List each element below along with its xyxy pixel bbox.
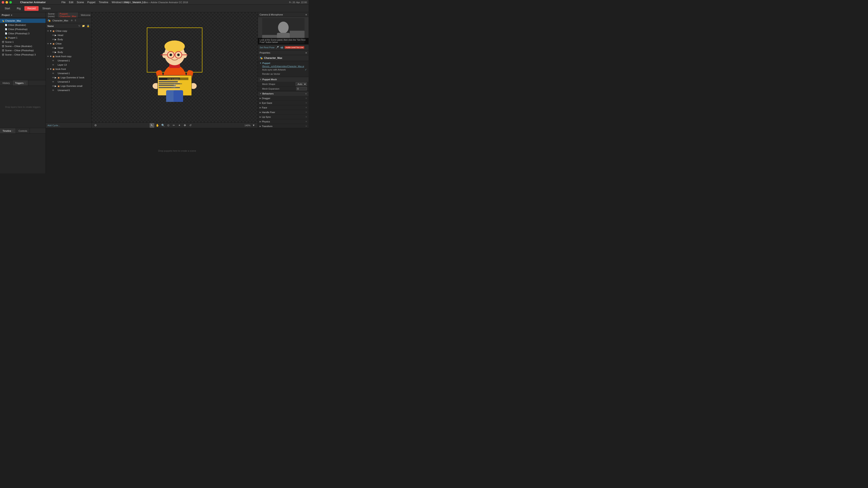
layer-book-front-copy[interactable]: 👁 ▼ ▣ book front copy [46,54,91,59]
timeline-content[interactable]: Drop puppets here to create a scene [46,128,309,173]
behavior-handle-fixer[interactable]: ▶ Handle Fixer ≡ [258,110,309,115]
handle-fixer-menu[interactable]: ≡ [306,111,307,113]
project-item-chloe-photoshop3[interactable]: 📄 Chloe (Photoshop) 3 [0,31,45,36]
eye-icon-5[interactable]: 👁 [52,47,55,49]
maximize-button[interactable] [9,1,12,4]
pen-tool[interactable]: ✏ [172,123,176,128]
expand-icon-3[interactable]: ▶ [55,38,58,41]
behavior-face[interactable]: ▶ Face ≡ [258,105,309,110]
puppet-section-arrow[interactable]: ▼ [259,62,261,64]
zoom-dropdown[interactable]: ▼ [251,123,256,128]
tab-stream[interactable]: Stream [39,6,54,11]
tab-start[interactable]: Start [2,6,13,11]
properties-menu-icon[interactable]: ≡ [306,52,307,54]
layers-add-icon[interactable]: 📁 [82,25,85,27]
eye-gaze-menu[interactable]: ≡ [306,102,307,104]
layer-logo-dummies-small[interactable]: 👁 ▶ ▣ Logo Dummies small [46,84,91,88]
tab-scene-none[interactable]: Scene: (none) [46,12,57,18]
mesh-expansion-input[interactable] [296,87,307,91]
eye-icon-12[interactable]: 👁 [52,76,55,79]
eye-icon-14[interactable]: 👁 [52,85,55,87]
menu-file[interactable]: File [61,1,65,4]
mesh-shape-select[interactable]: Auto [296,82,307,86]
expand-icon-7[interactable]: ▼ [50,55,53,58]
add-cycle-button[interactable]: Add Cycle... [48,124,60,127]
eye-icon-6[interactable]: 👁 [52,51,55,53]
layer-chloe-copy-body[interactable]: 👁 ▶ Body [46,37,91,41]
tab-controls[interactable]: Controls [16,128,30,133]
behavior-lip-sync[interactable]: ▶ Lip Sync ≡ [258,115,309,119]
eye-icon-11[interactable]: 👁 [52,72,55,74]
close-button[interactable] [2,1,4,4]
project-item-scene-chloe-photo[interactable]: 🎬 Scene – Chloe (Photoshop) [0,48,45,53]
expand-icon-5[interactable]: ▶ [55,46,58,50]
project-item-character-max[interactable]: 🎭 Character_Max [0,19,45,23]
layer-unnamed5[interactable]: 👁 Unnamed-5 [46,88,91,92]
set-rest-pose-button[interactable]: Set Rest Pose [259,46,274,49]
lip-sync-menu[interactable]: ≡ [306,116,307,118]
expand-icon-2[interactable]: ▶ [55,34,58,37]
canvas-viewport[interactable]: FOR DUMMIES [92,12,258,123]
layers-menu-icon[interactable]: 🔒 [87,25,90,27]
eye-icon-4[interactable]: 👁 [46,42,50,45]
window-controls[interactable] [2,1,12,4]
project-item-chloe-illustrator[interactable]: 📄 Chloe (Illustrator) [0,23,45,27]
record-tool[interactable]: ⊙ [166,123,171,128]
puppet-mesh-header[interactable]: ▼ Puppet Mesh [258,77,309,82]
layer-chloe[interactable]: 👁 ▼ ▣ Chloe [46,41,91,46]
dragger-menu[interactable]: ≡ [306,97,307,99]
tab-rig[interactable]: Rig [14,6,24,11]
layer-logo-dummies-b-book[interactable]: 👁 ▶ ▣ Logo Dummies b' book [46,75,91,79]
layer-layer13[interactable]: 👁 Layer 13 [46,63,91,67]
behavior-transform[interactable]: ▶ Transform ≡ [258,124,309,128]
expand-icon-6[interactable]: ▶ [55,51,58,54]
project-item-scene1[interactable]: 🎬 Scene 1 [0,40,45,44]
project-item-puppet1[interactable]: 🎭 Puppet 1 [0,36,45,40]
layer-book-front[interactable]: 👁 ▼ ▣ book front [46,67,91,71]
layer-chloe-copy-head[interactable]: 👁 ▶ Head [46,33,91,37]
handle-tool[interactable]: ✦ [177,123,182,128]
video-icon[interactable]: 📹 [280,46,283,49]
eye-icon-15[interactable]: 👁 [52,89,55,92]
hand-tool[interactable]: ✋ [155,123,160,128]
transform-menu[interactable]: ≡ [306,125,307,127]
layer-chloe-body[interactable]: 👁 ▶ Body [46,50,91,54]
rotate-tool[interactable]: ↺ [188,123,193,128]
puppet-settings-icon[interactable]: ⚙ [71,19,73,22]
layer-unnamed3[interactable]: 👁 Unnamed-3 [46,79,91,84]
eye-icon-7[interactable]: 👁 [46,55,50,58]
expand-icon-4[interactable]: ▼ [50,42,53,45]
minimize-button[interactable] [5,1,8,4]
eye-icon-8[interactable]: 👁 [52,60,55,62]
tab-timeline-bottom[interactable]: Timeline ≡ [0,128,16,133]
behaviors-header[interactable]: ▼ Behaviors + [258,91,309,96]
move-tool[interactable]: ✤ [183,123,187,128]
physics-menu[interactable]: ≡ [306,120,307,123]
layer-unnamed1-bf[interactable]: 👁 Unnamed-1 [46,71,91,75]
layer-chloe-copy[interactable]: 👁 ▼ ▣ Chloe copy [46,29,91,33]
eye-icon[interactable]: 👁 [46,30,50,32]
menu-scene[interactable]: Scene [77,1,84,4]
timeline-menu-icon[interactable]: ≡ [12,130,13,132]
puppet-path[interactable]: /Benutz...sch/Erklaervideo/Character_Max… [259,65,307,68]
layers-refresh-icon[interactable]: ↻ [79,25,80,27]
eye-icon-10[interactable]: 👁 [46,68,50,70]
zoom-tool[interactable]: 🔍 [161,123,165,128]
behavior-dragger[interactable]: ▶ Dragger ≡ [258,96,309,101]
triggers-menu-icon[interactable]: ≡ [24,82,25,84]
menu-timeline[interactable]: Timeline [99,1,108,4]
settings-tool[interactable]: ⚙ [93,123,98,128]
microphone-icon[interactable]: 🎤 [276,46,279,49]
project-menu-icon[interactable]: ≡ [11,14,12,16]
face-menu[interactable]: ≡ [306,106,307,109]
camera-menu-icon[interactable]: ≡ [306,13,307,16]
tab-triggers[interactable]: Triggers ≡ [12,80,28,86]
menu-edit[interactable]: Edit [69,1,73,4]
layer-unnamed1-bfc[interactable]: 👁 Unnamed-1 [46,59,91,63]
tab-welcome[interactable]: Welcome [79,12,93,18]
project-item-chloe-photoshop[interactable]: 📄 Chloe (Photoshop) [0,27,45,31]
expand-icon-10[interactable]: ▶ [55,85,58,88]
behavior-physics[interactable]: ▶ Physics ≡ [258,119,309,124]
eye-icon-3[interactable]: 👁 [52,38,55,41]
menu-puppet[interactable]: Puppet [87,1,95,4]
